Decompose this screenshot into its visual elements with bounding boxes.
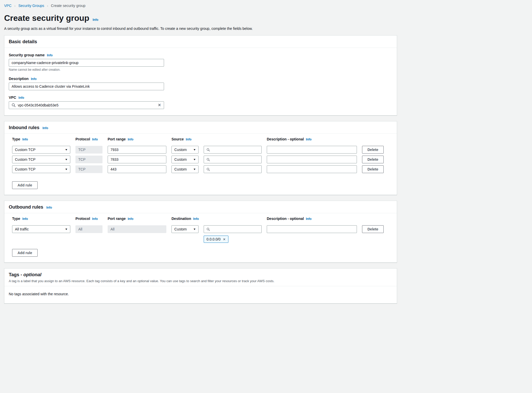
delete-rule-button[interactable]: Delete xyxy=(362,225,384,233)
chevron-down-icon: ▼ xyxy=(193,228,196,230)
tags-title: Tags - xyxy=(9,272,22,277)
inbound-rules-info-link[interactable]: Info xyxy=(42,126,48,130)
chevron-down-icon: ▼ xyxy=(65,228,68,230)
source-search-input[interactable] xyxy=(212,157,259,162)
description-label: Description xyxy=(9,77,29,81)
source-search-input[interactable] xyxy=(212,148,259,152)
port-range-column-label: Port range xyxy=(108,137,126,141)
protocol-field: TCP xyxy=(75,146,102,154)
port-range-input[interactable] xyxy=(108,156,166,163)
source-type-select[interactable]: Custom ▼ xyxy=(171,165,199,173)
destination-type-select[interactable]: Custom ▼ xyxy=(171,225,199,233)
outbound-columns-header: Type Info Protocol Info Port range Info … xyxy=(12,217,392,221)
vpc-input[interactable] xyxy=(18,103,156,107)
tags-empty-message: No tags associated with the resource. xyxy=(9,292,69,296)
close-icon[interactable]: ✕ xyxy=(223,238,226,241)
type-info-link[interactable]: Info xyxy=(22,138,28,141)
port-range-info-link[interactable]: Info xyxy=(128,138,133,141)
chevron-right-icon: › xyxy=(14,4,15,8)
protocol-column-label: Protocol xyxy=(75,137,90,141)
port-range-input[interactable] xyxy=(108,165,166,173)
delete-rule-button[interactable]: Delete xyxy=(362,146,384,154)
inbound-rules-header: Inbound rules Info xyxy=(4,121,397,134)
delete-rule-button[interactable]: Delete xyxy=(362,165,384,173)
breadcrumb: VPC › Security Groups › Create security … xyxy=(4,4,528,8)
destination-info-link[interactable]: Info xyxy=(193,217,199,221)
port-range-info-link[interactable]: Info xyxy=(128,217,133,221)
outbound-rule-row: All traffic ▼ All All Custom ▼ De xyxy=(12,225,392,233)
type-select[interactable]: Custom TCP ▼ xyxy=(12,156,70,163)
type-select[interactable]: Custom TCP ▼ xyxy=(12,165,70,173)
tags-description: A tag is a label that you assign to an A… xyxy=(9,279,392,283)
destination-search-input[interactable] xyxy=(212,227,259,231)
protocol-info-link[interactable]: Info xyxy=(92,138,98,141)
vpc-field: VPC Info ✕ xyxy=(9,95,392,109)
outbound-rules-info-link[interactable]: Info xyxy=(46,206,52,209)
type-select[interactable]: Custom TCP ▼ xyxy=(12,146,70,154)
destination-token-row: 0.0.0.0/0 ✕ xyxy=(12,236,392,243)
inbound-rules-card: Inbound rules Info Type Info Protocol In… xyxy=(4,121,397,195)
destination-type-select-value: Custom xyxy=(174,227,187,231)
chevron-down-icon: ▼ xyxy=(193,168,196,171)
page-title-info-link[interactable]: Info xyxy=(93,18,98,22)
tags-card: Tags - optional A tag is a label that yo… xyxy=(4,268,397,303)
description-field: Description Info xyxy=(9,77,392,90)
port-range-input[interactable] xyxy=(108,146,166,154)
source-search-box[interactable] xyxy=(204,165,262,173)
source-column-label: Source xyxy=(171,137,184,141)
vpc-select-box[interactable]: ✕ xyxy=(9,101,164,109)
description-column-label: Description - optional xyxy=(267,217,304,221)
delete-rule-button[interactable]: Delete xyxy=(362,156,384,163)
protocol-field: TCP xyxy=(75,165,102,173)
outbound-rules-title: Outbound rules xyxy=(9,204,43,210)
type-select[interactable]: All traffic ▼ xyxy=(12,225,70,233)
chevron-right-icon: › xyxy=(47,4,48,8)
type-select-value: Custom TCP xyxy=(15,167,36,171)
chevron-down-icon: ▼ xyxy=(193,158,196,161)
outbound-rules-body: Type Info Protocol Info Port range Info … xyxy=(4,213,397,262)
outbound-rules-card: Outbound rules Info Type Info Protocol I… xyxy=(4,201,397,263)
close-icon[interactable]: ✕ xyxy=(158,103,161,107)
destination-token[interactable]: 0.0.0.0/0 ✕ xyxy=(204,236,228,243)
source-search-box[interactable] xyxy=(204,156,262,163)
basic-details-body: Security group name Info Name cannot be … xyxy=(4,48,397,115)
security-group-name-input[interactable] xyxy=(9,59,164,67)
inbound-columns-header: Type Info Protocol Info Port range Info … xyxy=(12,137,392,141)
rule-description-input[interactable] xyxy=(267,146,357,154)
source-search-box[interactable] xyxy=(204,146,262,154)
security-group-name-info-link[interactable]: Info xyxy=(47,53,53,57)
source-info-link[interactable]: Info xyxy=(186,138,191,141)
source-type-select[interactable]: Custom ▼ xyxy=(171,156,199,163)
source-type-select-value: Custom xyxy=(174,167,187,171)
search-icon xyxy=(207,148,210,152)
type-column-label: Type xyxy=(12,137,20,141)
breadcrumb-security-groups-link[interactable]: Security Groups xyxy=(18,4,44,8)
add-rule-button[interactable]: Add rule xyxy=(12,249,38,257)
description-info-link[interactable]: Info xyxy=(306,217,312,221)
chevron-down-icon: ▼ xyxy=(65,168,68,171)
destination-search-box[interactable] xyxy=(204,225,262,233)
tags-title-optional: optional xyxy=(23,272,41,277)
breadcrumb-vpc-link[interactable]: VPC xyxy=(4,4,12,8)
source-search-input[interactable] xyxy=(212,167,259,171)
page-title: Create security group xyxy=(4,13,89,23)
inbound-rule-row: Custom TCP ▼ TCP Custom ▼ Delete xyxy=(12,156,392,163)
inbound-rule-row: Custom TCP ▼ TCP Custom ▼ Delete xyxy=(12,165,392,173)
type-info-link[interactable]: Info xyxy=(22,217,28,221)
rule-description-input[interactable] xyxy=(267,156,357,163)
basic-details-title: Basic details xyxy=(9,39,392,44)
description-column-label: Description - optional xyxy=(267,137,304,141)
rule-description-input[interactable] xyxy=(267,165,357,173)
rule-description-input[interactable] xyxy=(267,225,357,233)
description-info-link[interactable]: Info xyxy=(31,77,37,81)
description-input[interactable] xyxy=(9,83,164,90)
create-security-group-page: VPC › Security Groups › Create security … xyxy=(0,0,532,303)
chevron-down-icon: ▼ xyxy=(193,148,196,151)
description-info-link[interactable]: Info xyxy=(306,138,312,141)
search-icon xyxy=(207,158,210,162)
outbound-rules-header: Outbound rules Info xyxy=(4,201,397,213)
source-type-select[interactable]: Custom ▼ xyxy=(171,146,199,154)
vpc-info-link[interactable]: Info xyxy=(19,96,24,100)
protocol-info-link[interactable]: Info xyxy=(92,217,98,221)
add-rule-button[interactable]: Add rule xyxy=(12,181,38,189)
